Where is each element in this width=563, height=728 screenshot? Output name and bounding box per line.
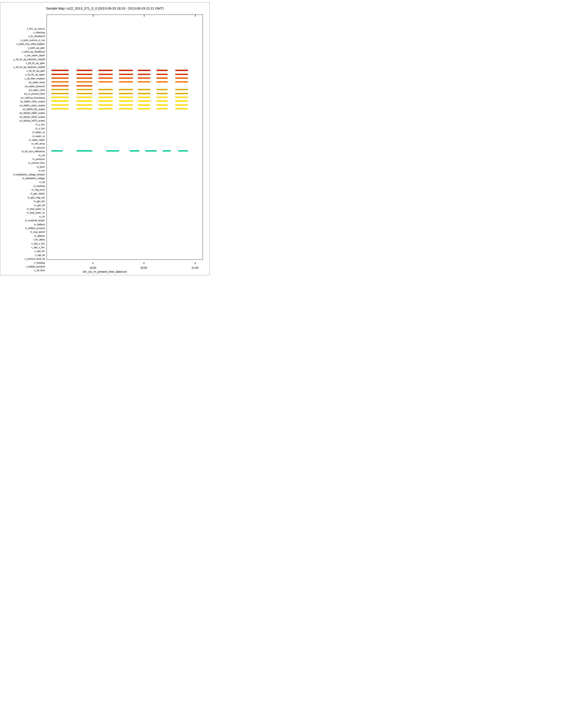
data-bar [119, 81, 133, 83]
y-label: u_pitch_max_delta_battpos [17, 43, 45, 45]
data-bar [77, 70, 92, 71]
data-bar [77, 81, 92, 83]
data-bar [119, 70, 133, 71]
y-label: m_ballast_pumped [25, 227, 45, 229]
chart-container: Sample Map: ru22_2013_271_0_0 (2013-09-2… [0, 2, 210, 275]
x-tick-line [93, 262, 93, 264]
chart-title: Sample Map: ru22_2013_271_0_0 (2013-09-2… [0, 2, 209, 11]
data-bar [138, 74, 150, 75]
data-bar [51, 100, 69, 102]
y-label: m_pitch [37, 165, 45, 168]
y-label: x_cycle_overrun_in_ms [21, 39, 45, 41]
y-label: sci_water_pressure [25, 85, 45, 88]
y-label: sci_ctd41cp_timestamp [21, 96, 45, 99]
data-bar [77, 85, 92, 86]
y-label: sci_bb3slo_b660_scaled [19, 112, 45, 114]
y-label: m_lon [38, 169, 45, 172]
y-label: m_water_vy [32, 131, 45, 133]
data-bar [77, 89, 92, 90]
data-bar [51, 104, 69, 106]
data-bar [156, 93, 167, 94]
data-bar [98, 108, 113, 109]
data-bar [98, 97, 113, 98]
y-label: m_avg_speed [30, 231, 45, 233]
data-bar [156, 74, 167, 75]
data-bar [138, 108, 150, 109]
y-label: m_y_lmc [36, 123, 45, 126]
y-label: m_final_water_vx [27, 211, 45, 214]
data-bar [77, 93, 92, 94]
data-bar [175, 108, 188, 109]
data-bar [156, 77, 167, 79]
y-axis-labels: x_lmc_xy_sourcex_inflectingx_fin_deadban… [0, 15, 46, 260]
y-label: m_roll [38, 154, 45, 157]
data-bar [119, 93, 133, 94]
y-label: m_coulomb_amphr [25, 219, 45, 222]
x-axis-ticks: 19:0020:0021:00 [47, 264, 203, 268]
data-bar [119, 74, 133, 75]
y-label: sci_m_present_time [24, 92, 45, 95]
y-label: u_hd_fin_ap_gain [26, 69, 45, 72]
y-label: m_hdg_error [32, 188, 45, 191]
data-bar [156, 89, 167, 90]
x-tick-label: 20:00 [140, 266, 147, 269]
data-bar [98, 89, 113, 90]
x-tick-label: 19:00 [89, 266, 96, 269]
y-label: c_wpt_lat [35, 254, 45, 256]
data-bar [98, 104, 113, 106]
data-bar [119, 97, 133, 98]
data-bar [156, 104, 167, 106]
data-bar [175, 93, 188, 94]
data-bar [51, 85, 69, 86]
data-bar [156, 100, 167, 102]
y-label: m_present_time [28, 161, 45, 164]
data-bar [51, 150, 62, 152]
x-tick-line [195, 262, 195, 264]
y-label: m_gps_lon [34, 200, 45, 203]
data-bar [77, 150, 92, 152]
y-label: m_battpos [34, 223, 45, 226]
y-label: m_gps_lat [34, 204, 45, 206]
data-bar [51, 97, 69, 98]
y-label: m_water_vx [32, 135, 45, 137]
data-bar [119, 108, 133, 109]
y-label: x_inflecting [33, 31, 45, 34]
data-bar [77, 97, 92, 98]
data-bar [51, 108, 69, 109]
y-label: u_pitch_ap_gain [28, 47, 45, 49]
y-label: c_wpt_y_lmc [31, 242, 45, 245]
data-bar [77, 104, 92, 106]
chart-area [47, 15, 203, 260]
data-bar [163, 150, 171, 152]
data-bar [175, 89, 188, 90]
x-tick-line [144, 262, 144, 264]
data-bar [138, 97, 150, 98]
data-bar [51, 74, 69, 75]
data-bar [119, 104, 133, 106]
y-label: sci_bb3slo_b532_scaled [19, 116, 45, 118]
y-label: sci_bbfl2s_bb_scaled [23, 108, 45, 111]
data-bar [98, 93, 113, 94]
y-label: c_ballast_pumped [26, 265, 45, 268]
y-label: m_x_lmc [36, 127, 45, 130]
data-bar [178, 150, 188, 152]
y-label: m_fin [39, 215, 45, 218]
y-label: m_tot_num_inflections [22, 150, 45, 153]
data-bar [138, 93, 150, 94]
y-label: m_final_water_vy [27, 208, 45, 210]
y-label: m_gps_mag_var [28, 196, 45, 199]
data-bar [156, 108, 167, 109]
y-label: u_hd_fin_ap_inflection_holdoff [13, 58, 45, 61]
y-label: c_wpt_x_lmc [31, 246, 45, 249]
y-label: x_fin_deadband [28, 35, 45, 38]
y-label: m_vacuum [34, 146, 45, 149]
y-label: u_pitch_ap_deadband [22, 50, 45, 53]
y-label: m_leakdetect_voltage_forward [13, 173, 45, 176]
data-bar [175, 77, 188, 79]
data-bar [138, 89, 150, 90]
data-bar [51, 93, 69, 94]
y-label: c_science_send_all [24, 257, 45, 260]
y-label: sci_bbfl2s_cdom_scaled [20, 104, 45, 107]
data-bar [138, 70, 150, 71]
data-bar [138, 104, 150, 106]
